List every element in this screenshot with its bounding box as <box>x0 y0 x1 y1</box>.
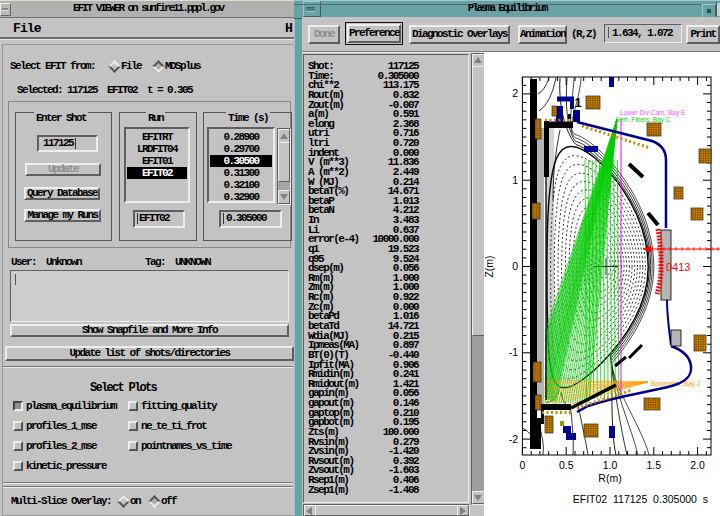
svg-text:2: 2 <box>512 87 518 99</box>
svg-text:R(m): R(m) <box>598 472 621 484</box>
svg-text:1.0: 1.0 <box>603 459 618 471</box>
svg-text:2.0: 2.0 <box>690 459 705 471</box>
svg-text:1.5: 1.5 <box>646 459 661 471</box>
svg-text:0.5: 0.5 <box>559 459 574 471</box>
svg-text:EFIT02 117125 0.305000 s: EFIT02 117125 0.305000 s <box>573 493 708 505</box>
svg-text:-2: -2 <box>509 433 518 445</box>
svg-text:0: 0 <box>519 459 525 471</box>
svg-text:0413: 0413 <box>666 261 690 273</box>
svg-text:0: 0 <box>512 260 518 272</box>
svg-text:1: 1 <box>512 174 518 186</box>
svg-text:1: 1 <box>574 95 581 110</box>
svg-text:Vert. Fibers, Bay C: Vert. Fibers, Bay C <box>616 116 671 124</box>
svg-text:-1: -1 <box>509 346 518 358</box>
svg-text:Z(m): Z(m) <box>483 255 495 277</box>
